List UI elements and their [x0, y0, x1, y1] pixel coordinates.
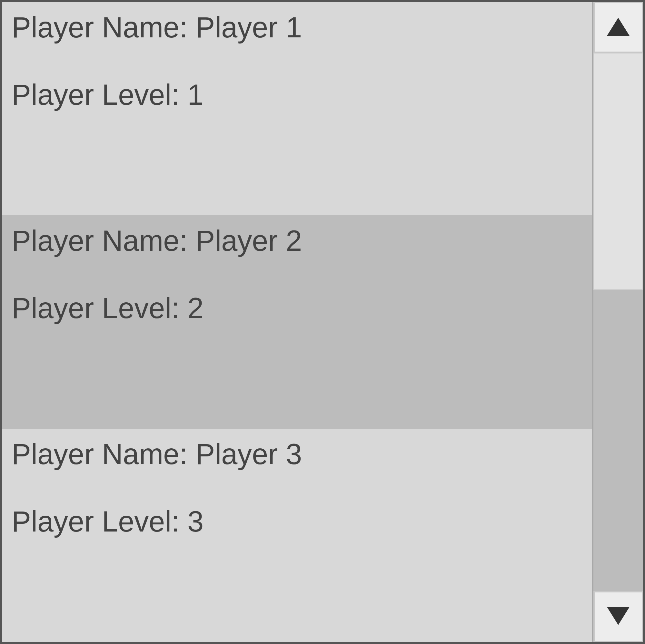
player-name-label: Player Name: Player 3 [12, 438, 583, 470]
player-level-label: Player Level: 1 [12, 79, 583, 111]
scroll-thumb[interactable] [593, 53, 643, 290]
list-item[interactable]: Player Name: Player 2 Player Level: 2 [2, 215, 592, 429]
svg-marker-0 [607, 18, 630, 36]
list-item[interactable]: Player Name: Player 1 Player Level: 1 [2, 2, 592, 215]
player-name-label: Player Name: Player 1 [12, 12, 583, 43]
player-level-label: Player Level: 3 [12, 506, 583, 538]
scrollbar [592, 2, 643, 642]
scroll-track[interactable] [593, 53, 643, 591]
player-list-window: Player Name: Player 1 Player Level: 1 Pl… [0, 0, 645, 644]
list-item[interactable]: Player Name: Player 3 Player Level: 3 [2, 429, 592, 642]
scroll-up-button[interactable] [593, 2, 643, 53]
svg-marker-1 [607, 607, 630, 625]
triangle-up-icon [607, 17, 630, 38]
player-name-label: Player Name: Player 2 [12, 225, 583, 257]
player-level-label: Player Level: 2 [12, 292, 583, 324]
player-list: Player Name: Player 1 Player Level: 1 Pl… [2, 2, 592, 642]
triangle-down-icon [607, 606, 630, 627]
scroll-down-button[interactable] [593, 591, 643, 642]
